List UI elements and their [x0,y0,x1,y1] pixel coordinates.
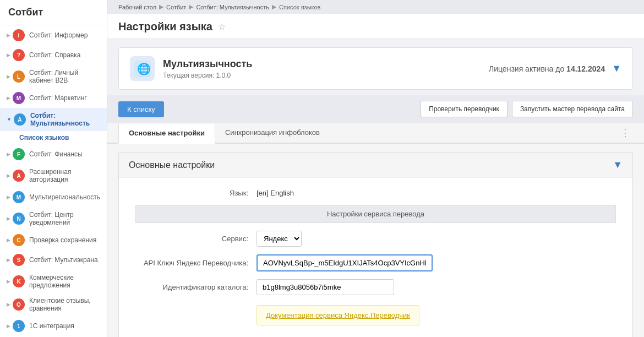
item-icon: A [13,170,25,182]
breadcrumb-sotbit[interactable]: Сотбит [166,4,186,10]
page-title: Настройки языка [118,20,212,33]
language-value: [en] English [256,189,294,197]
catalog-id-label: Идентификатор каталога: [135,283,256,291]
action-bar-right: Проверить переводчик Запустить мастер пе… [421,101,633,117]
arrow-icon: ▶ [7,279,10,284]
sidebar-item-label: Мультирегиональность [29,193,100,201]
doc-link[interactable]: Документация сервиса Яндекс.Переводчик [266,311,410,319]
sidebar-item-label: Сотбит: Справка [29,51,80,59]
breadcrumb-desktop[interactable]: Рабочий стол [118,4,156,10]
arrow-icon: ▶ [7,52,10,58]
item-icon: L [13,70,25,83]
arrow-icon: ▶ [7,74,10,79]
sidebar-item-label: Клиентские отзывы, сравнения [29,297,101,312]
sidebar-subitem-language-list[interactable]: Список языков [0,131,107,144]
sidebar: Сотбит ▶ i Сотбит: Информер ▶ ? Сотбит: … [0,0,107,337]
service-select[interactable]: Яндекс Google DeepL [256,231,302,247]
sidebar-item-spravka[interactable]: ▶ ? Сотбит: Справка [0,45,107,65]
service-label: Сервис: [135,235,256,243]
sidebar-item-label: 1С интеграция [29,322,74,330]
catalog-id-row: Идентификатор каталога: [135,279,616,295]
sidebar-item-label: Расширенная авторизация [29,168,101,183]
license-text: Лицензия активна до 14.12.2024 [489,64,605,73]
item-icon: F [13,148,25,160]
content-area: Основные настройки ▼ Язык: [en] English … [107,144,644,337]
module-icon: 🌐 [130,56,155,81]
item-icon: ? [13,49,25,61]
drag-handle-icon: ⋮ [620,123,633,143]
section-body: Язык: [en] English Настройки сервиса пер… [119,178,632,337]
svg-text:🌐: 🌐 [137,62,151,75]
arrow-icon: ▼ [7,117,12,122]
sidebar-item-label: Коммерческие предложения [29,274,101,289]
tabs: Основные настройки Синхронизация инфобло… [107,123,644,144]
tab-sync-infoblocks[interactable]: Синхронизация инфоблоков [215,123,330,144]
sidebar-item-label: Проверка сохранения [29,236,96,244]
arrow-icon: ▶ [7,302,10,307]
sidebar-item-reviews[interactable]: ▶ O Клиентские отзывы, сравнения [0,293,107,316]
doc-link-box: Документация сервиса Яндекс.Переводчик [256,305,419,325]
page-header: Настройки языка ☆ [107,14,644,39]
license-date: 14.12.2024 [566,64,605,73]
sidebar-item-marketing[interactable]: ▶ M Сотбит: Маркетинг [0,88,107,108]
arrow-icon: ▶ [7,95,10,101]
sidebar-item-auth[interactable]: ▶ A Расширенная авторизация [0,164,107,187]
arrow-icon: ▶ [7,257,10,263]
item-icon: C [13,234,25,246]
doc-link-row: Документация сервиса Яндекс.Переводчик [256,303,616,325]
breadcrumb: Рабочий стол ▶ Сотбит ▶ Сотбит: Мультияз… [107,0,644,14]
sidebar-item-multiregion[interactable]: ▶ M Мультирегиональность [0,187,107,207]
sidebar-item-commerce[interactable]: ▶ K Коммерческие предложения [0,270,107,293]
check-translator-button[interactable]: Проверить переводчик [421,101,507,117]
sidebar-item-multilang[interactable]: ▼ A Сотбит: Мультиязычность [0,108,107,131]
service-row: Сервис: Яндекс Google DeepL [135,231,616,247]
action-bar: К списку Проверить переводчик Запустить … [107,95,644,123]
launch-wizard-button[interactable]: Запустить мастер перевода сайта [512,101,633,117]
item-icon: S [13,254,25,266]
arrow-icon: ▶ [7,173,10,178]
sidebar-logo: Сотбит [0,0,107,25]
section-title: Основные настройки [129,160,215,170]
section-header: Основные настройки ▼ [119,153,632,178]
arrow-icon: ▶ [7,237,10,243]
sidebar-item-1c[interactable]: ▶ 1 1С интеграция [0,316,107,336]
catalog-id-input[interactable] [256,279,394,295]
arrow-icon: ▶ [7,194,10,200]
item-icon: A [14,113,26,126]
arrow-icon: ▶ [7,32,10,38]
module-version: Текущая версия: 1.0.0 [163,72,252,79]
breadcrumb-current: Список языков [279,4,320,10]
favorite-star-icon[interactable]: ☆ [218,21,226,32]
api-key-input[interactable] [256,254,433,271]
module-card-left: 🌐 Мультиязычность Текущая версия: 1.0.0 [130,56,252,81]
back-button[interactable]: К списку [118,101,164,117]
module-info: Мультиязычность Текущая версия: 1.0.0 [163,58,252,79]
item-icon: O [13,298,25,311]
main-area: Рабочий стол ▶ Сотбит ▶ Сотбит: Мультияз… [107,0,644,337]
sidebar-item-label: Сотбит: Финансы [29,150,83,158]
section-collapse-icon[interactable]: ▼ [613,159,623,171]
sidebar-subitem-label: Список языков [19,134,69,142]
language-row: Язык: [en] English [135,189,616,197]
chevron-down-icon[interactable]: ▼ [612,63,621,74]
module-name: Мультиязычность [163,58,252,70]
api-key-label: API Ключ Яндекс Переводчика: [135,259,256,267]
sidebar-item-notifications[interactable]: ▶ N Сотбит: Центр уведомлений [0,207,107,230]
sidebar-item-check[interactable]: ▶ C Проверка сохранения [0,230,107,250]
item-icon: 1 [13,320,25,332]
breadcrumb-module[interactable]: Сотбит: Мультиязычность [196,4,269,10]
item-icon: M [13,92,25,104]
sidebar-item-label: Сотбит: Личный кабинет B2B [29,69,101,84]
item-icon: N [13,213,25,225]
arrow-icon: ▶ [7,323,10,329]
item-icon: M [13,191,25,203]
sidebar-item-label: Сотбит: Маркетинг [29,94,87,102]
tab-basic-settings[interactable]: Основные настройки [118,123,215,144]
sidebar-item-informer[interactable]: ▶ i Сотбит: Информер [0,25,107,45]
sidebar-item-lk[interactable]: ▶ L Сотбит: Личный кабинет B2B [0,65,107,88]
arrow-icon: ▶ [7,151,10,157]
sidebar-item-multiscreen[interactable]: ▶ S Сотбит: Мультиэкрана [0,250,107,270]
sidebar-item-label: Сотбит: Центр уведомлений [29,211,101,226]
module-card: 🌐 Мультиязычность Текущая версия: 1.0.0 … [118,47,633,90]
sidebar-item-finance[interactable]: ▶ F Сотбит: Финансы [0,144,107,164]
